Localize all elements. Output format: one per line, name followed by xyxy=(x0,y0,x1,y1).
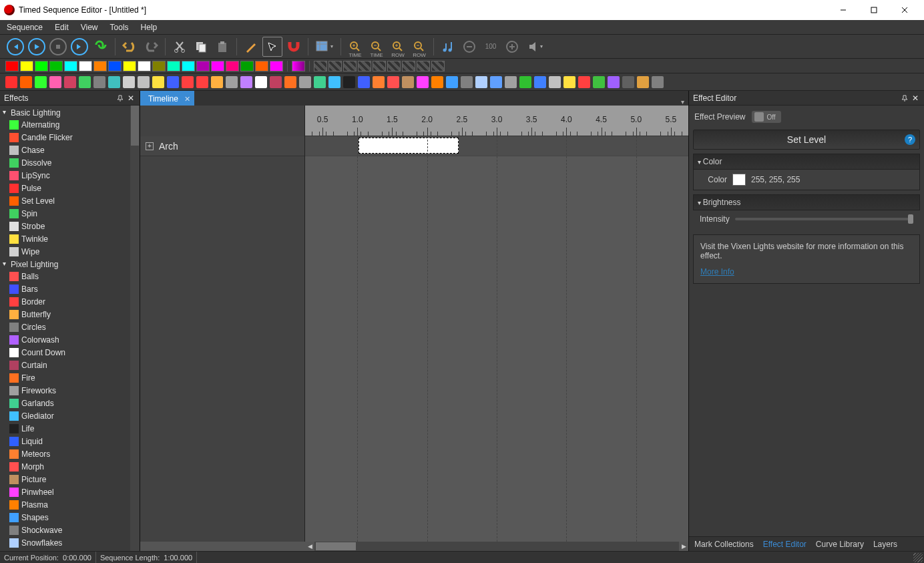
effect-shortcut-button[interactable] xyxy=(138,76,150,88)
tree-item[interactable]: Candle Flicker xyxy=(0,132,140,144)
color-swatch[interactable] xyxy=(35,61,48,71)
tab-layers[interactable]: Layers xyxy=(873,540,897,549)
effect-clip[interactable] xyxy=(359,138,458,154)
tree-item[interactable]: Colorwash xyxy=(0,334,140,347)
close-panel-icon[interactable]: ✕ xyxy=(911,93,920,103)
draw-tool-button[interactable] xyxy=(241,37,261,57)
tree-item[interactable]: Alternating xyxy=(0,119,140,132)
expand-track-icon[interactable]: + xyxy=(146,142,154,150)
tree-item[interactable]: Life xyxy=(0,423,140,435)
tab-effect-editor[interactable]: Effect Editor xyxy=(763,540,806,549)
tree-item[interactable]: Bars xyxy=(0,283,140,296)
tree-item[interactable]: Garlands xyxy=(0,397,140,410)
effect-shortcut-button[interactable] xyxy=(182,76,194,88)
timeline-tab[interactable]: Timeline ✕ xyxy=(140,91,194,106)
color-swatch[interactable] xyxy=(5,61,19,71)
effect-shortcut-button[interactable] xyxy=(152,76,164,88)
zoom-100-button[interactable]: 100 xyxy=(481,36,501,57)
tree-item[interactable]: Meteors xyxy=(0,448,140,461)
tree-item[interactable]: Wipe xyxy=(0,246,140,258)
tree-item[interactable]: Liquid xyxy=(0,435,140,448)
effect-shortcut-button[interactable] xyxy=(20,76,32,88)
copy-button[interactable] xyxy=(191,37,211,57)
gradient-swatch[interactable] xyxy=(292,61,305,71)
tab-dropdown-icon[interactable]: ▾ xyxy=(681,98,684,106)
tree-item[interactable]: LipSync xyxy=(0,170,140,182)
menu-tools[interactable]: Tools xyxy=(110,23,129,32)
pattern-swatch[interactable] xyxy=(358,61,371,71)
tree-item[interactable]: Twinkle xyxy=(0,233,140,246)
effect-shortcut-button[interactable] xyxy=(255,76,267,88)
effect-shortcut-button[interactable] xyxy=(505,76,517,88)
effect-shortcut-button[interactable] xyxy=(196,76,208,88)
undo-button[interactable] xyxy=(120,37,140,57)
tree-item[interactable]: Picture xyxy=(0,474,140,486)
effect-shortcut-button[interactable] xyxy=(387,76,399,88)
minimize-button[interactable] xyxy=(828,0,859,20)
color-swatch[interactable] xyxy=(167,61,180,71)
effect-shortcut-button[interactable] xyxy=(461,76,473,88)
tree-item[interactable]: Snowflakes xyxy=(0,537,140,550)
tree-group[interactable]: Basic Lighting xyxy=(0,107,140,119)
zoom-out-row-button[interactable]: ROW xyxy=(409,36,429,57)
tree-item[interactable]: Morph xyxy=(0,461,140,474)
color-swatch[interactable] xyxy=(20,61,33,71)
color-swatch[interactable] xyxy=(211,61,224,71)
tree-item[interactable]: Curtain xyxy=(0,359,140,372)
color-swatch[interactable] xyxy=(64,61,77,71)
color-swatch[interactable] xyxy=(240,61,254,71)
speaker-button[interactable]: ▾ xyxy=(523,37,547,57)
color-chip[interactable] xyxy=(732,174,746,186)
cut-button[interactable] xyxy=(170,37,190,57)
more-info-link[interactable]: More Info xyxy=(700,267,734,276)
effect-shortcut-button[interactable] xyxy=(563,76,575,88)
color-swatch[interactable] xyxy=(123,61,136,71)
scroll-left-icon[interactable]: ◀ xyxy=(305,542,314,551)
pattern-swatch[interactable] xyxy=(314,61,327,71)
resize-grip-icon[interactable] xyxy=(913,553,923,562)
intensity-slider[interactable] xyxy=(735,218,913,220)
effect-shortcut-button[interactable] xyxy=(475,76,487,88)
menu-help[interactable]: Help xyxy=(141,23,158,32)
maximize-button[interactable] xyxy=(859,0,889,20)
effects-tree[interactable]: Basic LightingAlternatingCandle FlickerC… xyxy=(0,106,140,551)
effect-shortcut-button[interactable] xyxy=(608,76,620,88)
effect-shortcut-button[interactable] xyxy=(270,76,282,88)
tree-item[interactable]: Butterfly xyxy=(0,309,140,321)
select-tool-button[interactable] xyxy=(262,37,282,57)
color-swatch[interactable] xyxy=(182,61,195,71)
stop-button[interactable] xyxy=(48,37,68,57)
effect-shortcut-button[interactable] xyxy=(211,76,223,88)
color-swatch[interactable] xyxy=(196,61,210,71)
tree-item[interactable]: Dissolve xyxy=(0,157,140,170)
effect-shortcut-button[interactable] xyxy=(402,76,414,88)
play-button[interactable] xyxy=(27,37,47,57)
color-swatch[interactable] xyxy=(138,61,151,71)
effect-shortcut-button[interactable] xyxy=(549,76,561,88)
effect-shortcut-button[interactable] xyxy=(108,76,120,88)
menu-edit[interactable]: Edit xyxy=(55,23,69,32)
close-panel-icon[interactable]: ✕ xyxy=(126,93,136,103)
tree-item[interactable]: Count Down xyxy=(0,347,140,359)
zoom-in-time-button[interactable]: TIME xyxy=(345,36,365,57)
effect-shortcut-button[interactable] xyxy=(652,76,664,88)
pattern-swatch[interactable] xyxy=(402,61,415,71)
color-swatch[interactable] xyxy=(49,61,63,71)
tree-item[interactable]: Shapes xyxy=(0,512,140,524)
effect-shortcut-button[interactable] xyxy=(79,76,91,88)
effect-shortcut-button[interactable] xyxy=(637,76,649,88)
effects-scrollbar[interactable] xyxy=(130,106,140,551)
effect-shortcut-button[interactable] xyxy=(35,76,47,88)
pattern-swatch[interactable] xyxy=(343,61,357,71)
menu-view[interactable]: View xyxy=(81,23,98,32)
pin-icon[interactable] xyxy=(900,93,909,103)
tree-group[interactable]: Pixel Lighting xyxy=(0,258,140,270)
pattern-swatch[interactable] xyxy=(387,61,401,71)
pin-icon[interactable] xyxy=(116,93,125,103)
tree-item[interactable]: Set Level xyxy=(0,195,140,208)
color-swatch[interactable] xyxy=(270,61,283,71)
effect-preview-toggle[interactable]: Off xyxy=(752,111,781,123)
color-group-header[interactable]: Color xyxy=(693,154,920,170)
effect-shortcut-button[interactable] xyxy=(490,76,502,88)
redo-button[interactable] xyxy=(141,37,161,57)
